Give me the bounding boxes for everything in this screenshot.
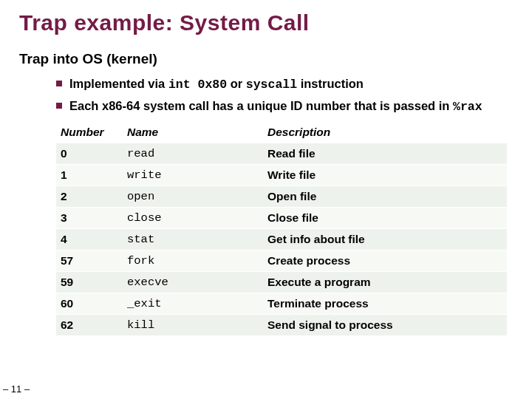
code-text: int 0x80 (168, 78, 227, 92)
text-run: Each x86-64 system call has a unique ID … (69, 99, 453, 112)
table-header-row: Number Name Description (56, 122, 507, 143)
page-title: Trap example: System Call (19, 10, 513, 36)
subtitle: Trap into OS (kernel) (19, 51, 513, 67)
cell-name: execve (123, 272, 263, 293)
cell-name: fork (123, 250, 263, 272)
code-text: %rax (453, 100, 482, 114)
cell-description: Write file (263, 165, 507, 186)
cell-number: 59 (56, 272, 123, 293)
table-row: 3closeClose file (56, 208, 507, 229)
cell-number: 57 (56, 250, 123, 272)
square-bullet-icon (56, 81, 62, 86)
bullet-list: Implemented via int 0x80 or syscall inst… (56, 76, 513, 115)
table-row: 2openOpen file (56, 186, 507, 208)
cell-description: Open file (263, 186, 507, 208)
table: Number Name Description 0readRead file 1… (56, 122, 507, 335)
square-bullet-icon (56, 103, 62, 109)
table-row: 1writeWrite file (56, 165, 507, 186)
table-row: 4statGet info about file (56, 229, 507, 250)
cell-number: 60 (56, 293, 123, 315)
table-row: 57forkCreate process (56, 250, 507, 272)
bullet-item: Each x86-64 system call has a unique ID … (56, 98, 513, 115)
page-number: – 11 – (3, 383, 30, 395)
cell-name: read (123, 143, 263, 165)
table-row: 59execveExecute a program (56, 272, 507, 293)
cell-name: stat (123, 229, 263, 250)
cell-description: Get info about file (263, 229, 507, 250)
bullet-text: Each x86-64 system call has a unique ID … (69, 98, 482, 115)
table-row: 0readRead file (56, 143, 507, 165)
cell-description: Terminate process (263, 293, 507, 315)
cell-name: kill (123, 315, 263, 336)
cell-description: Execute a program (263, 272, 507, 293)
col-header-name: Name (123, 122, 263, 143)
cell-description: Send signal to process (263, 315, 507, 336)
text-run: instruction (297, 77, 364, 90)
table-row: 62killSend signal to process (56, 315, 507, 336)
table-body: 0readRead file 1writeWrite file 2openOpe… (56, 143, 507, 336)
cell-number: 0 (56, 143, 123, 165)
text-run: or (227, 77, 246, 90)
col-header-description: Description (263, 122, 507, 143)
syscall-table: Number Name Description 0readRead file 1… (56, 122, 507, 335)
cell-number: 62 (56, 315, 123, 336)
cell-name: open (123, 186, 263, 208)
cell-name: write (123, 165, 263, 186)
cell-number: 2 (56, 186, 123, 208)
col-header-number: Number (56, 122, 123, 143)
cell-description: Create process (263, 250, 507, 272)
bullet-item: Implemented via int 0x80 or syscall inst… (56, 76, 513, 92)
code-text: syscall (246, 78, 297, 92)
cell-number: 3 (56, 208, 123, 229)
cell-name: close (123, 208, 263, 229)
slide: Trap example: System Call Trap into OS (… (0, 0, 532, 399)
bullet-text: Implemented via int 0x80 or syscall inst… (69, 76, 364, 92)
cell-number: 4 (56, 229, 123, 250)
cell-description: Read file (263, 143, 507, 165)
table-row: 60_exitTerminate process (56, 293, 507, 315)
cell-name: _exit (123, 293, 263, 315)
cell-number: 1 (56, 165, 123, 186)
cell-description: Close file (263, 208, 507, 229)
text-run: Implemented via (69, 77, 168, 90)
